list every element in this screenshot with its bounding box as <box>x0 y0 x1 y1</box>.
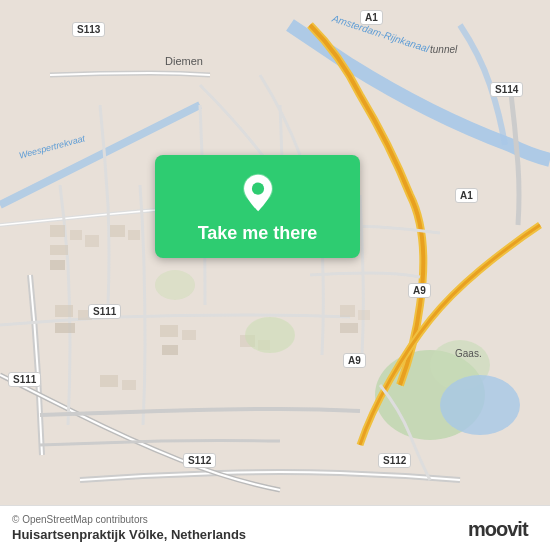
bottom-bar: © OpenStreetMap contributors Huisartsenp… <box>0 505 550 550</box>
svg-rect-21 <box>340 323 358 333</box>
svg-rect-13 <box>55 323 75 333</box>
svg-rect-19 <box>340 305 355 317</box>
road-label-s112-bottom: S112 <box>183 453 216 468</box>
svg-rect-16 <box>162 345 178 355</box>
moovit-logo-svg: moovit <box>468 514 538 542</box>
svg-point-24 <box>245 317 295 353</box>
svg-rect-11 <box>55 305 73 317</box>
cta-label: Take me there <box>198 223 318 244</box>
svg-text:tunnel: tunnel <box>430 44 458 55</box>
svg-text:moovit: moovit <box>468 518 529 540</box>
svg-rect-10 <box>128 230 140 240</box>
svg-rect-8 <box>50 260 65 270</box>
svg-rect-22 <box>100 375 118 387</box>
svg-rect-4 <box>50 225 65 237</box>
location-name: Huisartsenpraktijk Völke, Netherlands <box>12 527 246 542</box>
place-label-gaasper: Gaas. <box>455 348 482 359</box>
svg-point-3 <box>440 375 520 435</box>
cta-card[interactable]: Take me there <box>155 155 360 258</box>
svg-rect-5 <box>70 230 82 240</box>
road-label-a1-mid: A1 <box>455 188 478 203</box>
road-label-s111-left: S111 <box>8 372 41 387</box>
svg-rect-20 <box>358 310 370 320</box>
svg-point-28 <box>251 183 263 195</box>
bottom-bar-left: © OpenStreetMap contributors Huisartsenp… <box>12 514 246 542</box>
place-label-diemen: Diemen <box>165 55 203 67</box>
svg-rect-14 <box>160 325 178 337</box>
road-label-a9-1: A9 <box>408 283 431 298</box>
svg-rect-6 <box>50 245 68 255</box>
copyright-text: © OpenStreetMap contributors <box>12 514 246 525</box>
svg-point-25 <box>155 270 195 300</box>
map-background: tunnel <box>0 0 550 550</box>
moovit-logo[interactable]: moovit <box>468 514 538 542</box>
svg-rect-9 <box>110 225 125 237</box>
svg-rect-15 <box>182 330 196 340</box>
road-label-s111-mid: S111 <box>88 304 121 319</box>
road-label-s114: S114 <box>490 82 523 97</box>
road-label-s113: S113 <box>72 22 105 37</box>
road-label-a9-2: A9 <box>343 353 366 368</box>
location-pin-icon <box>238 173 278 213</box>
road-label-s112-right: S112 <box>378 453 411 468</box>
svg-rect-7 <box>85 235 99 247</box>
map-container: tunnel S113 A1 S114 S111 S112 S112 S111 … <box>0 0 550 550</box>
svg-rect-23 <box>122 380 136 390</box>
